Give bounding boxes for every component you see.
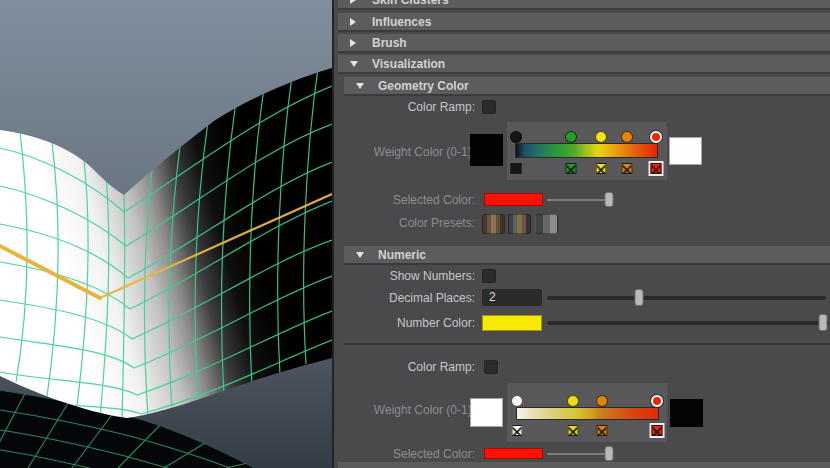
ramp-key-marker[interactable] (568, 425, 579, 436)
section-header-skin-clusters[interactable]: Skin Clusters (338, 0, 830, 10)
section-label: Skin Clusters (372, 0, 449, 10)
color-preset-swatch-3[interactable] (535, 214, 558, 234)
chevron-down-icon (356, 252, 364, 258)
ramp-key-marker[interactable] (596, 425, 607, 436)
ramp-stop-handle[interactable] (511, 395, 523, 407)
slider-track (547, 453, 611, 455)
chevron-down-icon (350, 61, 358, 67)
section-label: Influences (372, 13, 431, 32)
chevron-right-icon (350, 0, 356, 4)
selected-color-slider-2[interactable] (547, 446, 611, 461)
color-ramp-label: Color Ramp: (334, 100, 475, 115)
section-label: Brush (372, 34, 407, 53)
chevron-down-icon (356, 83, 364, 89)
section-header-influences[interactable]: Influences (338, 13, 830, 32)
ramp-stop-handle[interactable] (510, 131, 522, 143)
ramp-stop-handle-selected[interactable] (650, 131, 662, 143)
chevron-right-icon (350, 18, 356, 26)
ramp-stop-handle-selected[interactable] (651, 395, 663, 407)
color-preset-swatch-1[interactable] (482, 214, 505, 234)
slider-track (547, 321, 829, 325)
section-label: Numeric (378, 246, 426, 265)
ramp-stop-handle[interactable] (621, 131, 633, 143)
section-header-bottom-partial[interactable] (338, 462, 830, 468)
section-label: Visualization (372, 55, 445, 74)
selected-color-swatch[interactable] (484, 193, 543, 206)
ramp-key-marker[interactable] (565, 163, 576, 174)
application-window: Skin Clusters Influences Brush Visualiza… (0, 0, 830, 468)
section-header-brush[interactable]: Brush (338, 34, 830, 53)
show-numbers-label: Show Numbers: (334, 269, 475, 284)
weight-color-low-swatch[interactable] (470, 134, 503, 166)
ramp-stop-handle[interactable] (565, 131, 577, 143)
3d-viewport[interactable] (0, 0, 332, 468)
selected-color-swatch-2[interactable] (484, 448, 543, 459)
ramp-stop-handle[interactable] (567, 395, 579, 407)
slider-handle[interactable] (819, 314, 828, 331)
section-label: Geometry Color (378, 77, 469, 96)
ramp-key-marker-selected[interactable] (651, 425, 662, 436)
color-ramp-checkbox-2[interactable] (484, 360, 498, 374)
weight-color-label: Weight Color (0-1): (334, 145, 475, 160)
slider-track (547, 296, 826, 300)
section-header-numeric[interactable]: Numeric (344, 246, 830, 265)
slider-track (547, 199, 611, 201)
show-numbers-checkbox[interactable] (482, 269, 496, 283)
viewport-canvas (0, 0, 332, 468)
ramp-gradient-bar-2[interactable] (516, 407, 659, 420)
number-color-swatch[interactable] (482, 315, 542, 331)
slider-handle[interactable] (605, 446, 614, 461)
weight-color-high-swatch[interactable] (669, 137, 702, 165)
ramp-key-marker-selected[interactable] (650, 163, 661, 174)
weight-color-label-2: Weight Color (0-1): (334, 403, 475, 418)
color-ramp-label-2: Color Ramp: (334, 360, 475, 375)
ramp-key-marker[interactable] (512, 425, 523, 436)
weight-color-ramp-2 (507, 383, 667, 442)
decimal-places-field[interactable]: 2 (482, 289, 542, 306)
ramp-stop-handle[interactable] (595, 131, 607, 143)
color-presets-label: Color Presets: (334, 216, 475, 231)
slider-handle[interactable] (605, 192, 614, 207)
section-header-visualization[interactable]: Visualization (338, 55, 830, 74)
weight-color-low-swatch-2[interactable] (470, 398, 503, 427)
ramp-gradient-bar[interactable] (515, 143, 658, 158)
color-preset-swatch-2[interactable] (508, 214, 531, 234)
color-ramp-checkbox[interactable] (482, 100, 496, 114)
decimal-places-slider[interactable] (547, 289, 826, 306)
ramp-key-marker[interactable] (595, 163, 606, 174)
ramp-key-marker[interactable] (511, 163, 522, 174)
section-divider (343, 343, 830, 345)
tool-settings-panel: Skin Clusters Influences Brush Visualiza… (332, 0, 830, 468)
weight-color-ramp (507, 122, 667, 180)
chevron-right-icon (350, 39, 356, 47)
selected-color-label: Selected Color: (334, 193, 475, 208)
section-header-geometry-color[interactable]: Geometry Color (344, 77, 830, 96)
selected-color-label-2: Selected Color: (334, 447, 475, 462)
ramp-stop-handle[interactable] (596, 395, 608, 407)
ramp-key-marker[interactable] (622, 163, 633, 174)
number-color-label: Number Color: (334, 316, 475, 331)
slider-handle[interactable] (635, 289, 644, 306)
decimal-places-label: Decimal Places: (334, 291, 475, 306)
weight-color-high-swatch-2[interactable] (670, 399, 703, 427)
number-color-slider[interactable] (547, 314, 829, 331)
selected-color-slider[interactable] (547, 192, 611, 207)
